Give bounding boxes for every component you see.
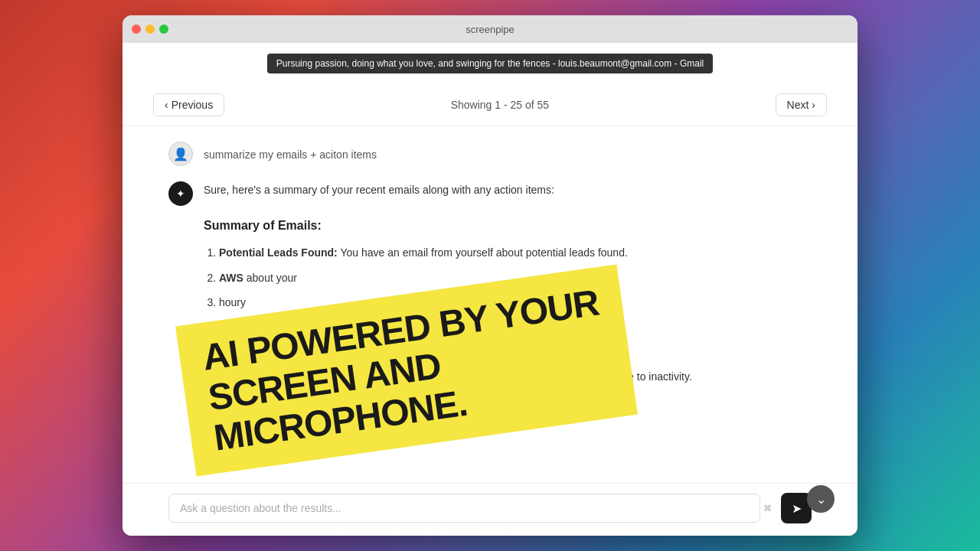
- maximize-button[interactable]: [159, 24, 168, 34]
- item-6-label: Apollo Account:: [219, 370, 302, 383]
- list-item: AWS about your: [219, 269, 812, 286]
- chat-area: 👤 summarize my emails + aciton items ✦ S…: [122, 126, 858, 483]
- user-avatar: 👤: [168, 142, 193, 166]
- item-1-text: You have an email from yourself about po…: [340, 246, 627, 259]
- send-icon: ➤: [792, 501, 802, 516]
- ai-intro-text: Sure, here's a summary of your recent em…: [204, 181, 812, 198]
- item-1-label: Potential Leads Found:: [219, 246, 338, 259]
- email-subject-bar: Pursuing passion, doing what you love, a…: [267, 54, 713, 73]
- pagination-info: Showing 1 - 25 of 55: [451, 99, 549, 111]
- summary-list: Potential Leads Found: You have an email…: [204, 244, 812, 385]
- pagination-bar: ‹ Previous Showing 1 - 25 of 55 Next ›: [122, 84, 858, 126]
- scroll-down-button[interactable]: ⌄: [807, 485, 835, 513]
- user-message-text: summarize my emails + aciton items: [204, 142, 812, 163]
- titlebar: screenpipe: [122, 15, 858, 43]
- previous-label: Previous: [172, 99, 213, 111]
- next-label: Next: [787, 99, 809, 111]
- ai-icon: ✦: [176, 187, 185, 200]
- list-item: your: [219, 319, 812, 336]
- traffic-lights: [132, 24, 168, 34]
- chevron-left-icon: ‹: [165, 99, 168, 111]
- item-2-label: AWS: [219, 272, 243, 284]
- list-item: Potential Leads Found: You have an email…: [219, 244, 812, 261]
- question-input[interactable]: [168, 494, 760, 523]
- item-2-text: about your: [247, 272, 297, 284]
- app-title: screenpipe: [466, 24, 514, 35]
- app-window: screenpipe Pursuing passion, doing what …: [122, 15, 858, 536]
- item-3-text: houry: [219, 296, 246, 308]
- chevron-right-icon: ›: [812, 99, 815, 111]
- ai-message-content: Sure, here's a summary of your recent em…: [204, 181, 812, 393]
- list-item: houry: [219, 294, 812, 311]
- item-4-text: your: [219, 321, 240, 334]
- list-item: unread notifications about Mediar on you…: [219, 344, 812, 360]
- close-button[interactable]: [132, 24, 141, 34]
- ai-message-row: ✦ Sure, here's a summary of your recent …: [168, 181, 812, 393]
- list-item: Apollo Account: Notification that your f…: [219, 368, 812, 385]
- item-6-text: Notification that your free Apollo accou…: [304, 370, 691, 383]
- chevron-down-icon: ⌄: [816, 492, 826, 507]
- input-area: ⌘ ➤: [122, 483, 858, 536]
- item-5-text: unread notifications about Mediar on you…: [219, 346, 419, 358]
- summary-heading: Summary of Emails:: [204, 216, 812, 236]
- next-button[interactable]: Next ›: [776, 93, 827, 116]
- previous-button[interactable]: ‹ Previous: [153, 93, 224, 116]
- user-icon: 👤: [173, 147, 188, 161]
- ai-avatar: ✦: [168, 181, 193, 206]
- kbd-hint: ⌘: [763, 504, 772, 514]
- minimize-button[interactable]: [145, 24, 155, 34]
- content-area: Pursuing passion, doing what you love, a…: [122, 43, 858, 536]
- user-message-row: 👤 summarize my emails + aciton items: [168, 142, 812, 166]
